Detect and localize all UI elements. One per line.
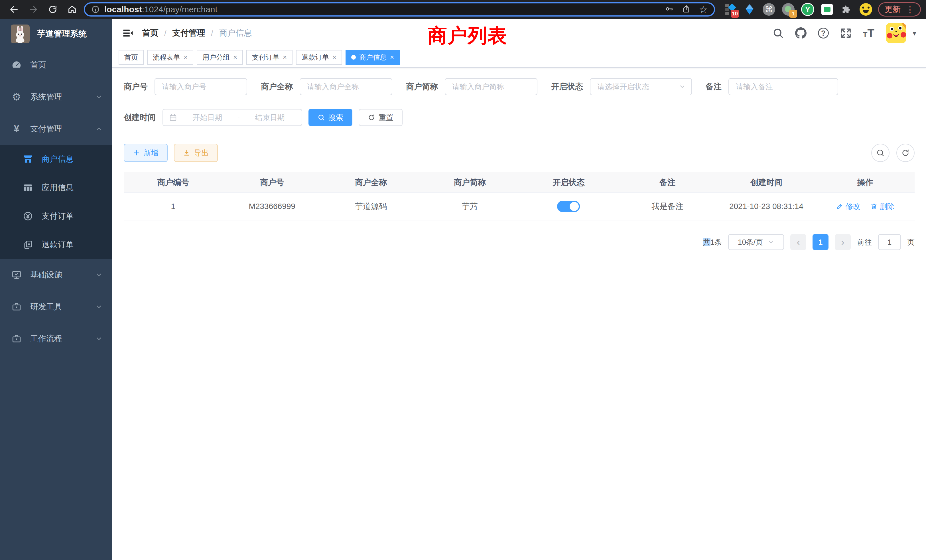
grid-icon xyxy=(22,182,34,194)
chevron-down-icon xyxy=(95,271,103,278)
browser-back-icon[interactable] xyxy=(8,3,20,15)
goto-page-input[interactable] xyxy=(878,234,901,250)
sidebar-item-application[interactable]: 应用信息 xyxy=(0,173,112,202)
app-title: 芋道管理系统 xyxy=(37,28,87,39)
fullscreen-icon[interactable] xyxy=(840,27,852,39)
sidebar-collapse-icon[interactable] xyxy=(121,26,135,40)
extension-command-icon[interactable]: ⌘ xyxy=(763,3,775,16)
browser-home-icon[interactable] xyxy=(66,3,78,15)
search-icon[interactable] xyxy=(772,27,784,39)
sidebar-item-refund-order[interactable]: 退款订单 xyxy=(0,230,112,259)
sidebar-logo-row[interactable]: 芋道管理系统 xyxy=(0,19,112,49)
sidebar-item-payment[interactable]: ¥ 支付管理 xyxy=(0,113,112,145)
help-icon[interactable]: ? xyxy=(818,28,829,38)
current-page-button[interactable]: 1 xyxy=(813,234,829,250)
extensions-puzzle-icon[interactable] xyxy=(840,3,853,16)
add-button[interactable]: 新增 xyxy=(124,144,168,162)
table-refresh-icon[interactable] xyxy=(896,144,915,162)
avatar-caret-icon[interactable]: ▾ xyxy=(912,29,916,38)
edit-label: 修改 xyxy=(846,201,861,212)
merchant-no-input[interactable] xyxy=(154,78,247,95)
column-header: 备注 xyxy=(618,172,717,193)
dashboard-icon xyxy=(10,59,23,71)
sidebar-item-pay-order[interactable]: 支付订单 xyxy=(0,202,112,230)
edit-link[interactable]: 修改 xyxy=(836,201,861,212)
extension-kite-icon[interactable] xyxy=(743,3,756,16)
github-icon[interactable] xyxy=(795,27,806,39)
breadcrumb: 首页 / 支付管理 / 商户信息 xyxy=(142,27,252,39)
select-placeholder: 请选择开启状态 xyxy=(597,82,649,92)
search-button[interactable]: 搜索 xyxy=(309,109,353,126)
tab-close-icon[interactable]: × xyxy=(233,54,237,61)
tab-user-group[interactable]: 用户分组 × xyxy=(197,50,243,65)
tab-close-icon[interactable]: × xyxy=(283,54,287,61)
extension-chat-icon[interactable] xyxy=(820,3,834,16)
breadcrumb-home[interactable]: 首页 xyxy=(142,27,159,39)
tab-process-form[interactable]: 流程表单 × xyxy=(147,50,193,65)
tab-close-icon[interactable]: × xyxy=(333,54,336,61)
prev-page-button[interactable]: ‹ xyxy=(790,234,806,250)
full-name-input[interactable] xyxy=(300,78,392,95)
status-select[interactable]: 请选择开启状态 xyxy=(590,78,692,95)
extension-y-icon[interactable]: Y xyxy=(801,3,814,16)
field-label: 创建时间 xyxy=(124,112,156,123)
sidebar-item-label: 退款订单 xyxy=(42,239,74,250)
avatar[interactable] xyxy=(886,23,906,43)
site-info-icon[interactable] xyxy=(91,5,100,14)
sidebar-item-dev-tools[interactable]: 研发工具 xyxy=(0,291,112,323)
payment-submenu: 商户信息 应用信息 支付订单 xyxy=(0,145,112,259)
tab-close-icon[interactable]: × xyxy=(390,54,394,61)
browser-menu-icon[interactable]: ⋮ xyxy=(906,5,914,15)
breadcrumb-separator: / xyxy=(164,29,166,38)
reset-button[interactable]: 重置 xyxy=(359,109,402,126)
breadcrumb-section[interactable]: 支付管理 xyxy=(172,27,205,39)
page-size-select[interactable]: 10条/页 xyxy=(728,234,784,250)
app: 芋道管理系统 首页 ⚙ 系统管理 ¥ 支付管理 xyxy=(0,19,926,560)
url-bar[interactable]: localhost:1024/pay/merchant ☆ xyxy=(84,2,715,17)
sidebar-item-home[interactable]: 首页 xyxy=(0,49,112,81)
sidebar-item-merchant[interactable]: 商户信息 xyxy=(0,145,112,173)
extension-badge: 10 xyxy=(731,10,739,18)
cell-full-name: 芋道源码 xyxy=(322,193,421,220)
tab-refund-order[interactable]: 退款订单 × xyxy=(296,50,342,65)
sidebar-item-workflow[interactable]: 工作流程 xyxy=(0,323,112,355)
url-text[interactable]: localhost:1024/pay/merchant xyxy=(104,5,665,14)
tab-pay-order[interactable]: 支付订单 × xyxy=(246,50,292,65)
shop-icon xyxy=(22,153,34,165)
goto-label: 前往 xyxy=(857,237,872,247)
delete-label: 删除 xyxy=(880,201,895,212)
extension-emoji-icon[interactable] xyxy=(859,3,872,16)
cell-remark: 我是备注 xyxy=(618,193,717,220)
sidebar-item-system[interactable]: ⚙ 系统管理 xyxy=(0,81,112,113)
filter-row-2: 创建时间 开始日期 - 结束日期 搜索 xyxy=(124,109,915,126)
browser-reload-icon[interactable] xyxy=(47,3,59,15)
page-content: 商户号 商户全称 商户简称 开启状态 请选择开启状态 xyxy=(112,68,926,560)
filter-merchant-no: 商户号 xyxy=(124,78,247,95)
command-glyph: ⌘ xyxy=(763,3,775,16)
browser-update-button[interactable]: 更新 ⋮ xyxy=(878,2,921,17)
remark-input[interactable] xyxy=(728,78,838,95)
tab-label: 支付订单 xyxy=(252,53,279,62)
export-button[interactable]: 导出 xyxy=(174,144,218,162)
url-path: :1024/pay/merchant xyxy=(142,5,218,14)
short-name-input[interactable] xyxy=(445,78,537,95)
password-key-icon[interactable] xyxy=(665,5,673,14)
bookmark-star-icon[interactable]: ☆ xyxy=(699,5,708,14)
date-range-picker[interactable]: 开始日期 - 结束日期 xyxy=(162,109,302,126)
delete-link[interactable]: 删除 xyxy=(870,201,895,212)
extension-grid-icon[interactable]: 10 xyxy=(723,3,737,16)
next-page-button[interactable]: › xyxy=(835,234,851,250)
table-search-toggle-icon[interactable] xyxy=(871,144,890,162)
sidebar-item-infrastructure[interactable]: 基础设施 xyxy=(0,259,112,291)
reset-button-label: 重置 xyxy=(378,113,393,123)
table-header-row: 商户编号 商户号 商户全称 商户简称 开启状态 备注 创建时间 操作 xyxy=(124,172,915,193)
tab-merchant-info[interactable]: 商户信息 × xyxy=(345,50,400,65)
extension-recorder-icon[interactable]: 1 xyxy=(782,3,795,16)
yen-circle-icon xyxy=(22,210,34,222)
status-toggle[interactable] xyxy=(557,201,580,212)
tab-home[interactable]: 首页 xyxy=(119,50,144,65)
font-size-icon[interactable]: TT xyxy=(863,27,875,39)
share-icon[interactable] xyxy=(682,5,690,14)
browser-forward-icon[interactable] xyxy=(27,3,39,15)
tab-close-icon[interactable]: × xyxy=(184,54,188,61)
